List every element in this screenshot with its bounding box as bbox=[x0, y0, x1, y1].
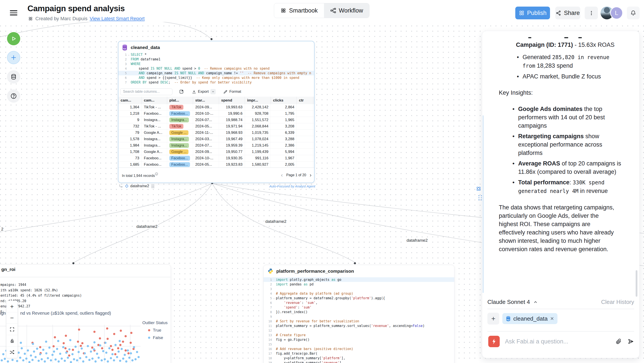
table-header-cell[interactable]: impr... bbox=[245, 97, 271, 104]
question-input[interactable] bbox=[505, 338, 610, 345]
code-line[interactable]: 6 'revenue': 'sum', bbox=[264, 300, 454, 305]
platform-performance-node[interactable]: platform_performance_comparison 1import … bbox=[263, 265, 454, 363]
export-button[interactable]: Export bbox=[192, 89, 209, 94]
table-row[interactable]: 9Instagra...Instagra...2024-07...19,988.… bbox=[118, 117, 314, 123]
table-header-cell[interactable]: star... bbox=[193, 97, 219, 104]
table-row[interactable]: 1,708Google A...Google ...2024-09...19,9… bbox=[118, 149, 314, 155]
table-header-cell[interactable]: plat... bbox=[167, 97, 193, 104]
code-line[interactable]: 15 bbox=[264, 342, 454, 346]
context-chip[interactable]: SQL cleaned_data × bbox=[502, 313, 558, 324]
publish-button[interactable]: Publish bbox=[515, 7, 550, 19]
smart-report-link[interactable]: View Latest Smart Report bbox=[90, 16, 144, 22]
dataframe-output-label[interactable]: dataframe2 bbox=[130, 184, 149, 188]
sql-editor[interactable]: 1⌄SELECT *2FROM dataframe13WHERE4 spend … bbox=[118, 52, 314, 85]
table-header-cell[interactable]: spend bbox=[219, 97, 245, 104]
model-selector[interactable]: Claude Sonnet 4 bbox=[488, 299, 538, 305]
fold-chevron-icon[interactable]: ⌄ bbox=[273, 297, 276, 299]
drag-dots-icon[interactable] bbox=[478, 195, 482, 200]
code-line[interactable]: 5 AND campaign_name IS NOT NULL AND camp… bbox=[118, 71, 314, 75]
table-row[interactable]: 73Faceboo...Faceboo...2024-10-...19,930.… bbox=[118, 155, 314, 162]
table-row[interactable]: 1,364TikTok - ...TikTok2024-09...19,993.… bbox=[118, 104, 314, 111]
send-icon bbox=[628, 338, 634, 345]
attach-button[interactable] bbox=[615, 338, 622, 345]
cleaned-data-node[interactable]: SQL cleaned_data 1⌄SELECT *2FROM datafra… bbox=[118, 41, 314, 183]
scatter-point bbox=[72, 349, 74, 351]
table-row[interactable]: 79Google A...Google ...2024-11-...19,968… bbox=[118, 130, 314, 136]
zoom-in-button[interactable]: + bbox=[6, 301, 18, 312]
menu-icon[interactable] bbox=[10, 10, 17, 16]
run-workflow-button[interactable] bbox=[7, 32, 20, 45]
table-header-cell[interactable]: cam... bbox=[118, 97, 142, 104]
avatar[interactable]: L bbox=[610, 7, 623, 19]
code-line[interactable]: 1import plotly.graph_objects as go bbox=[264, 277, 454, 282]
legend[interactable]: Outlier Status TrueFalse bbox=[142, 320, 168, 340]
code-line[interactable]: 5⌄platform_summary = dataframe2.groupby(… bbox=[264, 296, 454, 300]
code-line[interactable]: 13# Create figure bbox=[264, 333, 454, 337]
add-context-button[interactable]: + bbox=[488, 313, 499, 324]
add-node-button[interactable] bbox=[7, 51, 20, 64]
code-line[interactable]: 4# Aggregate data by platform (ad group) bbox=[264, 291, 454, 296]
format-button[interactable]: Format bbox=[223, 89, 241, 94]
legend-item[interactable]: False bbox=[148, 335, 168, 340]
fullscreen-button[interactable] bbox=[6, 324, 18, 335]
code-line[interactable]: 19 x=platform_summary['revenue'], bbox=[264, 360, 454, 363]
help-button[interactable] bbox=[7, 89, 20, 103]
code-line[interactable]: 17fig.add_trace(go.Bar( bbox=[264, 351, 454, 356]
code-line[interactable]: 18 y=platform_summary['platform'], bbox=[264, 356, 454, 360]
more-menu-button[interactable] bbox=[585, 7, 598, 19]
tab-smartbook[interactable]: Smartbook bbox=[274, 3, 324, 18]
scrollbar-thumb[interactable] bbox=[636, 270, 638, 297]
next-page-button[interactable]: › bbox=[310, 172, 312, 178]
code-line[interactable]: 9 bbox=[264, 314, 454, 319]
search-input[interactable] bbox=[120, 88, 172, 95]
scatter-point bbox=[114, 353, 116, 355]
table-row[interactable]: 1,685Faceboo...Faceboo...2024-05...19,92… bbox=[118, 162, 314, 168]
code-line[interactable]: 16# Add revenue bars (positive direction… bbox=[264, 346, 454, 351]
table-header-cell[interactable]: clicks bbox=[271, 97, 297, 104]
table-header-cell[interactable]: cam... bbox=[142, 97, 167, 104]
code-line[interactable]: 11platform_summary = platform_summary.so… bbox=[264, 323, 454, 328]
drag-handle[interactable] bbox=[151, 184, 155, 189]
table-header-cell[interactable]: ctr bbox=[297, 97, 313, 104]
code-line[interactable]: 2FROM dataframe1 bbox=[118, 57, 314, 62]
notifications-button[interactable] bbox=[627, 7, 640, 19]
scatter-point bbox=[101, 347, 103, 349]
legend-item[interactable]: True bbox=[148, 328, 168, 333]
expand-table-button[interactable] bbox=[179, 89, 184, 94]
scatter-point bbox=[33, 350, 35, 353]
assistant-message: Campaign (ID: 1771) - 15.63x ROASGenerat… bbox=[499, 41, 634, 261]
code-line[interactable]: 4 spend IS NOT NULL AND spend > 0 -- Rem… bbox=[118, 66, 314, 71]
data-sources-button[interactable] bbox=[7, 70, 20, 84]
table-row[interactable]: 1,984Instagra...Instagra...2024-07...19,… bbox=[118, 142, 314, 149]
code-line[interactable]: 7ORDER BY spend DESC; -- Order by spend … bbox=[118, 80, 314, 85]
code-line[interactable]: 14fig = go.Figure() bbox=[264, 337, 454, 342]
atom-icon[interactable] bbox=[476, 186, 482, 192]
message-block: Retargeting campaigns show exceptional p… bbox=[518, 132, 622, 157]
prev-page-button[interactable]: ‹ bbox=[281, 172, 283, 178]
send-button[interactable] bbox=[628, 338, 634, 345]
lock-button[interactable] bbox=[6, 335, 18, 346]
code-line[interactable]: 3 bbox=[264, 286, 454, 291]
zoom-out-button[interactable]: − bbox=[6, 312, 18, 324]
share-button[interactable]: Share bbox=[555, 7, 580, 19]
code-line[interactable]: 10# Sort by revenue for better visualiza… bbox=[264, 319, 454, 323]
table-cell: 3,208 bbox=[271, 123, 297, 129]
code-line[interactable]: 12 bbox=[264, 328, 454, 333]
table-row[interactable]: 732TikTok - ...TikTok2024-05...19,971.94… bbox=[118, 123, 314, 130]
tab-workflow[interactable]: Workflow bbox=[324, 3, 370, 18]
table-row[interactable]: 1,218Faceboo...Faceboo...2024-10-...19,9… bbox=[118, 111, 314, 117]
code-line[interactable]: 2import pandas as pd bbox=[264, 282, 454, 286]
code-line[interactable]: 7 'spend': 'sum' bbox=[264, 305, 454, 310]
code-line[interactable]: 3WHERE bbox=[118, 62, 314, 66]
code-line[interactable]: 6 AND spend > {{spend_limit}} -- Keep on… bbox=[118, 75, 314, 80]
export-options-button[interactable] bbox=[210, 89, 216, 94]
code-line[interactable]: 8}).reset_index() bbox=[264, 310, 454, 314]
clear-history-button[interactable]: Clear History bbox=[601, 299, 634, 305]
table-cell: Faceboo... bbox=[167, 155, 193, 161]
code-line[interactable]: 1⌄SELECT * bbox=[118, 52, 314, 57]
python-editor[interactable]: 1import plotly.graph_objects as go2impor… bbox=[264, 277, 454, 363]
fold-chevron-icon[interactable]: ⌄ bbox=[128, 53, 131, 56]
chip-close-icon[interactable]: × bbox=[550, 315, 554, 322]
shuffle-button[interactable] bbox=[6, 346, 18, 358]
table-row[interactable]: 1,578Instagra...Instagra...2024-03...19,… bbox=[118, 136, 314, 142]
